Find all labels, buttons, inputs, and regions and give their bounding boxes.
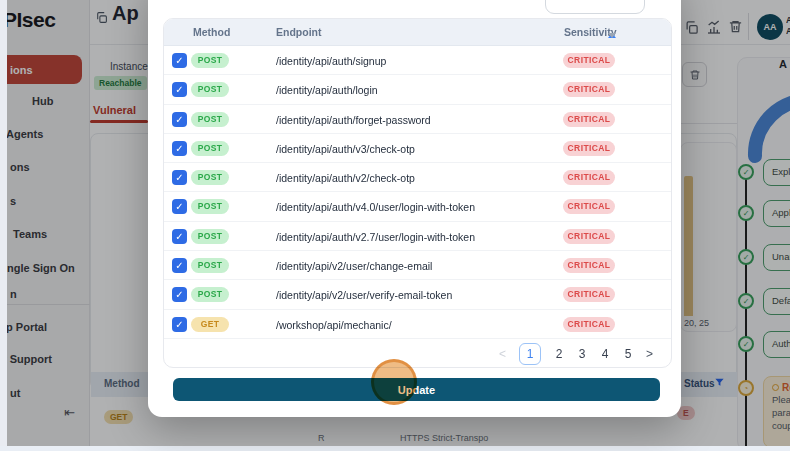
column-method: Method bbox=[193, 26, 230, 38]
click-indicator bbox=[371, 359, 417, 405]
row-checkbox[interactable]: ✓ bbox=[172, 170, 187, 185]
method-badge: POST bbox=[191, 229, 229, 244]
pagination-page[interactable]: 5 bbox=[623, 347, 633, 361]
row-checkbox[interactable]: ✓ bbox=[172, 82, 187, 97]
method-badge: POST bbox=[191, 199, 229, 214]
search-input[interactable] bbox=[545, 0, 645, 14]
pagination-page[interactable]: 2 bbox=[554, 347, 564, 361]
row-checkbox[interactable]: ✓ bbox=[172, 112, 187, 127]
method-badge: GET bbox=[191, 317, 229, 332]
method-badge: POST bbox=[191, 112, 229, 127]
endpoint-path: /identity/api/v2/user/change-email bbox=[276, 260, 432, 272]
row-checkbox[interactable]: ✓ bbox=[172, 287, 187, 302]
endpoint-path: /identity/api/auth/signup bbox=[276, 55, 386, 67]
table-row: ✓ POST /identity/api/auth/v4.0/user/logi… bbox=[164, 192, 671, 221]
table-row: ✓ POST /identity/api/auth/v2/check-otp C… bbox=[164, 163, 671, 192]
row-checkbox[interactable]: ✓ bbox=[172, 199, 187, 214]
sensitivity-badge: CRITICAL bbox=[563, 82, 615, 97]
pagination-page[interactable]: 3 bbox=[577, 347, 587, 361]
row-checkbox[interactable]: ✓ bbox=[172, 53, 187, 68]
pagination-prev[interactable]: < bbox=[499, 347, 506, 361]
table-row: ✓ POST /identity/api/v2/user/verify-emai… bbox=[164, 280, 671, 309]
endpoint-path: /workshop/api/mechanic/ bbox=[276, 319, 392, 331]
table-row: ✓ POST /identity/api/auth/v2.7/user/logi… bbox=[164, 222, 671, 251]
column-endpoint: Endpoint bbox=[276, 26, 322, 38]
endpoint-selection-modal: Method Endpoint Sensitivity ✓ POST /iden… bbox=[148, 0, 681, 417]
method-badge: POST bbox=[191, 141, 229, 156]
pagination-page[interactable]: 1 bbox=[519, 343, 541, 365]
endpoint-path: /identity/api/v2/user/verify-email-token bbox=[276, 289, 452, 301]
sensitivity-badge: CRITICAL bbox=[563, 317, 615, 332]
row-checkbox[interactable]: ✓ bbox=[172, 317, 187, 332]
sensitivity-badge: CRITICAL bbox=[563, 199, 615, 214]
table-row: ✓ POST /identity/api/auth/login CRITICAL bbox=[164, 75, 671, 104]
row-checkbox[interactable]: ✓ bbox=[172, 141, 187, 156]
sensitivity-badge: CRITICAL bbox=[563, 141, 615, 156]
endpoint-path: /identity/api/auth/v2.7/user/login-with-… bbox=[276, 231, 475, 243]
table-row: ✓ POST /identity/api/auth/v3/check-otp C… bbox=[164, 134, 671, 163]
sensitivity-badge: CRITICAL bbox=[563, 287, 615, 302]
sensitivity-badge: CRITICAL bbox=[563, 112, 615, 127]
endpoint-path: /identity/api/auth/forget-password bbox=[276, 114, 431, 126]
endpoint-path: /identity/api/auth/v3/check-otp bbox=[276, 143, 415, 155]
table-row: ✓ POST /identity/api/auth/signup CRITICA… bbox=[164, 46, 671, 75]
table-row: ✓ POST /identity/api/auth/forget-passwor… bbox=[164, 105, 671, 134]
sensitivity-badge: CRITICAL bbox=[563, 170, 615, 185]
table-row: ✓ GET /workshop/api/mechanic/ CRITICAL bbox=[164, 310, 671, 339]
sensitivity-badge: CRITICAL bbox=[563, 229, 615, 244]
table-row: ✓ POST /identity/api/v2/user/change-emai… bbox=[164, 251, 671, 280]
left-edge-strip bbox=[0, 0, 7, 451]
pagination: < 12345 > bbox=[164, 339, 671, 368]
endpoint-path: /identity/api/auth/v2/check-otp bbox=[276, 172, 415, 184]
method-badge: POST bbox=[191, 53, 229, 68]
pagination-pages: 12345 bbox=[519, 343, 633, 365]
pagination-next[interactable]: > bbox=[646, 347, 653, 361]
table-rows: ✓ POST /identity/api/auth/signup CRITICA… bbox=[164, 46, 671, 339]
method-badge: POST bbox=[191, 287, 229, 302]
method-badge: POST bbox=[191, 82, 229, 97]
bottom-edge-strip bbox=[0, 446, 790, 451]
row-checkbox[interactable]: ✓ bbox=[172, 258, 187, 273]
sensitivity-badge: CRITICAL bbox=[563, 258, 615, 273]
table-header: Method Endpoint Sensitivity bbox=[164, 19, 671, 46]
row-checkbox[interactable]: ✓ bbox=[172, 229, 187, 244]
pagination-page[interactable]: 4 bbox=[600, 347, 610, 361]
method-badge: POST bbox=[191, 258, 229, 273]
screen: PIsec ionsHubAgentsonssTeamsngle Sign On… bbox=[0, 0, 790, 451]
method-badge: POST bbox=[191, 170, 229, 185]
sensitivity-badge: CRITICAL bbox=[563, 53, 615, 68]
endpoints-table: Method Endpoint Sensitivity ✓ POST /iden… bbox=[163, 18, 672, 368]
endpoint-path: /identity/api/auth/v4.0/user/login-with-… bbox=[276, 201, 475, 213]
endpoint-path: /identity/api/auth/login bbox=[276, 84, 378, 96]
